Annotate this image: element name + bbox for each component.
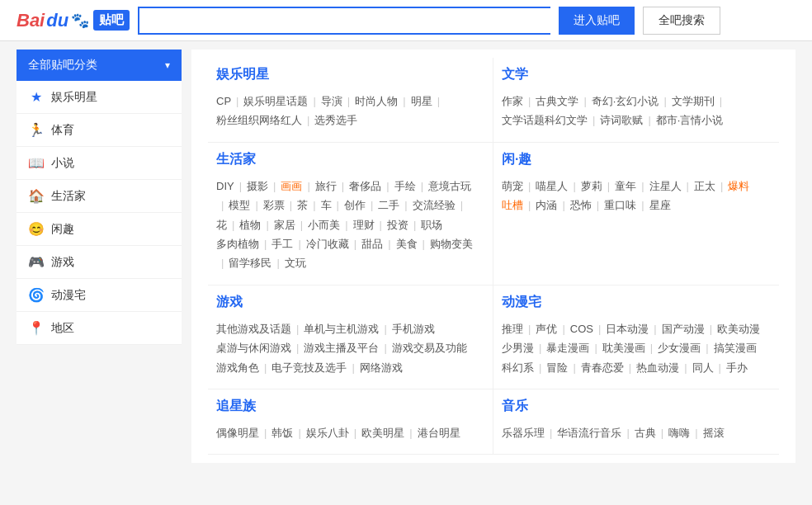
cat-link[interactable]: 声优 — [536, 319, 557, 338]
cat-link[interactable]: 日本动漫 — [606, 319, 649, 338]
cat-link[interactable]: 古典 — [635, 423, 656, 442]
cat-link[interactable]: 时尚人物 — [355, 92, 398, 111]
cat-link[interactable]: 韩饭 — [271, 423, 293, 442]
cat-link[interactable]: 电子竞技及选手 — [271, 358, 347, 377]
cat-link[interactable]: 古玩 — [450, 177, 471, 196]
cat-link[interactable]: 国产动漫 — [662, 319, 705, 338]
cat-link[interactable]: 明星 — [411, 92, 432, 111]
search-all-button[interactable]: 全吧搜索 — [643, 7, 720, 35]
cat-link[interactable]: 其他游戏及话题 — [216, 319, 291, 338]
cat-link[interactable]: 多肉植物 — [216, 234, 259, 253]
cat-link[interactable]: 茶 — [297, 196, 308, 215]
cat-link[interactable]: 欧美明星 — [361, 423, 404, 442]
cat-link[interactable]: 手绘 — [394, 177, 416, 196]
cat-link[interactable]: 粉丝组织 — [216, 111, 259, 130]
cat-link[interactable]: 星座 — [649, 196, 671, 215]
cat-link[interactable]: COS — [570, 319, 593, 338]
category-title-yule[interactable]: 娱乐明星 — [216, 66, 476, 83]
cat-link[interactable]: 古典文学 — [536, 92, 578, 111]
cat-link[interactable]: 文学话题 — [502, 111, 545, 130]
cat-link[interactable]: 同人 — [692, 358, 714, 377]
cat-link-highlight[interactable]: 吐槽 — [502, 196, 523, 215]
cat-link[interactable]: 推理 — [502, 319, 523, 338]
cat-link[interactable]: 游戏主播及平台 — [304, 338, 379, 357]
cat-link[interactable]: 娱乐八卦 — [306, 423, 349, 442]
cat-link[interactable]: 少男漫 — [502, 338, 534, 357]
cat-link[interactable]: 偶像明星 — [216, 423, 259, 442]
cat-link[interactable]: 理财 — [353, 215, 375, 234]
enter-tieba-button[interactable]: 进入贴吧 — [559, 7, 635, 35]
cat-link[interactable]: 留学移民 — [229, 253, 271, 272]
cat-link[interactable]: 家居 — [274, 215, 295, 234]
cat-link[interactable]: 童年 — [615, 177, 636, 196]
cat-link[interactable]: 文学期刊 — [672, 92, 715, 111]
cat-link[interactable]: 萌宠 — [502, 177, 523, 196]
cat-link[interactable]: 二手 — [378, 196, 399, 215]
cat-link[interactable]: 投资 — [387, 215, 408, 234]
cat-link[interactable]: 职场 — [421, 215, 442, 234]
sidebar-item-xianqu[interactable]: 😊 闲趣 — [17, 213, 182, 246]
cat-link[interactable]: 经验 — [434, 196, 456, 215]
category-title-youxi[interactable]: 游戏 — [216, 294, 476, 311]
cat-link[interactable]: 摇滚 — [703, 423, 725, 442]
category-title-wenxue[interactable]: 文学 — [502, 66, 762, 83]
cat-link[interactable]: 奇幻·玄幻小说 — [592, 92, 659, 111]
cat-link[interactable]: 诗词歌赋 — [600, 111, 643, 130]
cat-link[interactable]: 网络游戏 — [360, 358, 403, 377]
category-title-xianqu[interactable]: 闲·趣 — [502, 151, 762, 168]
cat-link[interactable]: 导演 — [321, 92, 342, 111]
cat-link[interactable]: 港台明星 — [418, 423, 460, 442]
cat-link[interactable]: 车 — [321, 196, 332, 215]
category-title-zhuixing[interactable]: 追星族 — [216, 398, 476, 415]
cat-link[interactable]: 娱乐明星话题 — [243, 92, 308, 111]
cat-link[interactable]: 耽美漫画 — [602, 338, 645, 357]
cat-link[interactable]: 小而美 — [308, 215, 340, 234]
cat-link[interactable]: 文玩 — [285, 253, 306, 272]
sidebar-item-yule[interactable]: ★ 娱乐明星 — [17, 81, 182, 114]
cat-link[interactable]: 模型 — [229, 196, 250, 215]
cat-link[interactable]: 交流 — [413, 196, 434, 215]
category-title-dongman[interactable]: 动漫宅 — [502, 294, 762, 311]
cat-link[interactable]: 喵星人 — [536, 177, 568, 196]
cat-link[interactable]: 少女漫画 — [658, 338, 701, 357]
cat-link[interactable]: 游戏交易及功能 — [392, 338, 467, 357]
cat-link[interactable]: 乐器乐理 — [502, 423, 545, 442]
cat-link[interactable]: 植物 — [239, 215, 261, 234]
cat-link[interactable]: 内涵 — [536, 196, 557, 215]
cat-link[interactable]: 手机游戏 — [392, 319, 435, 338]
cat-link[interactable]: 都市·言情小说 — [656, 111, 724, 130]
cat-link[interactable]: 重口味 — [604, 196, 636, 215]
sidebar-item-shenghuojia[interactable]: 🏠 生活家 — [17, 180, 182, 213]
cat-link[interactable]: 彩票 — [263, 196, 285, 215]
cat-link[interactable]: 旅行 — [315, 177, 337, 196]
cat-link[interactable]: 手工 — [271, 234, 293, 253]
search-input[interactable] — [138, 7, 550, 35]
cat-link[interactable]: 桌游与休闲游戏 — [216, 338, 291, 357]
cat-link[interactable]: 科幻系 — [502, 358, 534, 377]
sidebar-item-dongman[interactable]: 🌀 动漫宅 — [17, 279, 182, 312]
cat-link[interactable]: 暴走漫画 — [546, 338, 589, 357]
sidebar-item-tiyu[interactable]: 🏃 体育 — [17, 114, 182, 147]
cat-link[interactable]: 搞笑漫画 — [714, 338, 757, 357]
cat-link[interactable]: 奢侈品 — [349, 177, 381, 196]
cat-link[interactable]: 恐怖 — [570, 196, 592, 215]
cat-link[interactable]: 冒险 — [546, 358, 568, 377]
cat-link[interactable]: 意境 — [428, 177, 450, 196]
category-title-yinyue[interactable]: 音乐 — [502, 398, 762, 415]
cat-link-highlight[interactable]: 画画 — [281, 177, 302, 196]
cat-link[interactable]: 甜品 — [361, 234, 383, 253]
cat-link[interactable]: 花 — [216, 215, 227, 234]
cat-link[interactable]: 摄影 — [247, 177, 268, 196]
cat-link[interactable]: 科幻文学 — [545, 111, 588, 130]
cat-link[interactable]: 购物 — [430, 234, 451, 253]
cat-link[interactable]: 正太 — [694, 177, 715, 196]
cat-link[interactable]: DIY — [216, 177, 234, 196]
cat-link[interactable]: 萝莉 — [581, 177, 602, 196]
sidebar-item-youxi[interactable]: 🎮 游戏 — [17, 246, 182, 279]
cat-link-highlight[interactable]: 爆料 — [728, 177, 749, 196]
cat-link[interactable]: 变美 — [451, 234, 473, 253]
category-title-shenghuojia[interactable]: 生活家 — [216, 151, 476, 168]
cat-link[interactable]: 欧美动漫 — [717, 319, 760, 338]
sidebar-header[interactable]: 全部贴吧分类 ▾ — [17, 50, 182, 81]
cat-link[interactable]: 单机与主机游戏 — [304, 319, 379, 338]
